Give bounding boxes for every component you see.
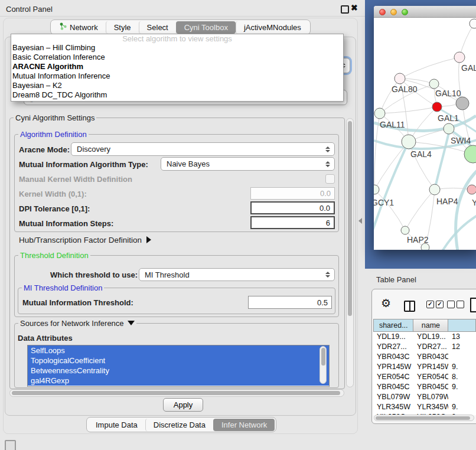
collapsed-panel-grip[interactable] [5,440,16,450]
table-row[interactable]: YER054CYER054C8. [373,372,476,382]
scrollbar-thumb[interactable] [376,416,470,420]
table-cell[interactable]: YBL079W [413,392,448,402]
table-cell[interactable] [448,392,476,402]
network-edge[interactable] [400,57,459,79]
network-node[interactable] [456,97,469,110]
table-cell[interactable]: YLR345W [413,402,448,412]
table-cell[interactable]: 8. [448,372,476,382]
table-cell[interactable]: YBR045C [413,382,448,392]
network-edge[interactable] [380,107,437,113]
tab-select[interactable]: Select [139,21,176,34]
network-node[interactable] [429,79,439,89]
table-column-header[interactable] [448,319,476,332]
table-column-header[interactable]: name [413,319,448,332]
tab-jactivemnodules[interactable]: jActiveMNodules [236,21,309,34]
table-cell[interactable]: YDR27... [413,342,448,352]
table-column-header[interactable]: shared... [373,319,413,332]
column-layout-icon[interactable] [404,301,415,312]
tab-infer-network[interactable]: Infer Network [213,419,275,431]
tab-style[interactable]: Style [106,21,139,34]
table-cell[interactable]: YBL079W [373,392,413,402]
tab-discretize-data[interactable]: Discretize Data [145,419,213,431]
network-node[interactable] [402,135,416,149]
scrollbar-thumb[interactable] [12,391,340,395]
manual-kernel-checkbox[interactable] [325,174,335,184]
gear-icon[interactable]: ⚙ [381,296,391,309]
table-row[interactable]: YPR145WYPR145W9. [373,362,476,372]
table-cell[interactable]: 12 [448,342,476,352]
table-cell[interactable]: 13 [448,332,476,342]
table-row[interactable]: YBL079WYBL079W [373,392,476,402]
table-row[interactable]: YBR045CYBR045C9. [373,382,476,392]
dropdown-item[interactable]: Mutual Information Inference [11,71,343,81]
table-cell[interactable]: YLR345W [373,402,413,412]
network-node[interactable] [470,19,476,28]
table-row[interactable]: YDL19...YDL19...13 [373,332,476,342]
table-cell[interactable]: 9. [448,402,476,412]
table-cell[interactable]: YDR27... [373,342,413,352]
hub-definition-toggle[interactable]: Hub/Transcription Factor Definition [19,236,151,244]
tab-impute-data[interactable]: Impute Data [88,419,145,431]
zoom-traffic-light-icon[interactable] [402,9,408,15]
network-node[interactable] [444,123,454,134]
scrollbar-thumb[interactable] [348,121,352,316]
network-window-titlebar[interactable] [374,6,476,18]
dropdown-item[interactable]: Bayesian – K2 [11,81,343,90]
attributes-list-scrollbar[interactable] [319,346,327,384]
table-cell[interactable] [448,352,476,362]
network-node[interactable] [374,185,379,194]
tab-network[interactable]: Network [52,21,106,34]
apply-button[interactable]: Apply [163,398,203,412]
table-cell[interactable]: 9. [448,382,476,392]
kernel-width-field[interactable]: 0.0 [250,187,335,200]
aracne-mode-combo[interactable]: Discovery [71,142,335,156]
network-edge-thick[interactable] [435,130,449,190]
which-threshold-combo[interactable]: MI Threshold [139,268,335,281]
dropdown-item[interactable]: Bayesian – Hill Climbing [11,43,343,53]
network-node[interactable] [429,184,440,195]
splitter-collapse-icon[interactable] [358,218,362,224]
network-canvas[interactable]: GALGAL80GAL10GAL1GAL11SWI4GAL4GCY1HAP4YH… [374,18,476,250]
network-edge-thick[interactable] [456,169,476,250]
table-horizontal-scrollbar[interactable] [374,415,474,421]
tab-cyni-toolbox[interactable]: Cyni Toolbox [176,21,236,34]
table-cell[interactable]: YER054C [413,372,448,382]
network-node[interactable] [374,108,385,119]
mi-steps-field[interactable]: 6 [250,216,335,229]
table-cell[interactable]: YBR045C [373,382,413,392]
network-node[interactable] [432,102,442,112]
sources-group-title[interactable]: Sources for Network Inference [18,319,136,328]
network-edge-thick[interactable] [442,214,476,250]
settings-horizontal-scrollbar[interactable] [9,389,344,397]
table-cell[interactable]: YBR043C [413,352,448,362]
network-node[interactable] [401,226,409,234]
settings-vertical-scrollbar[interactable] [346,118,354,387]
select-all-checkboxes-icon[interactable]: ✓✓ [426,301,444,308]
table-cell[interactable]: YDL19... [413,332,448,342]
table-cell[interactable]: YER054C [373,372,413,382]
table-cell[interactable]: YDL19... [373,332,413,342]
network-edge[interactable] [380,79,400,113]
attribute-list-item[interactable]: gal4RGexp [28,376,329,386]
table-row[interactable]: YDR27...YDR27...12 [373,342,476,352]
attribute-list-item[interactable]: TopologicalCoefficient [28,356,329,366]
minimize-traffic-light-icon[interactable] [390,9,397,15]
table-cell[interactable]: YPR145W [413,362,448,372]
table-cell[interactable]: 9. [448,362,476,372]
mi-type-combo[interactable]: Naive Bayes [161,157,335,171]
table-row[interactable]: YLR345WYLR345W9. [373,402,476,412]
close-traffic-light-icon[interactable] [379,9,386,15]
attribute-list-item[interactable]: SelfLoops [28,345,329,356]
close-icon[interactable]: ✖ [351,3,358,12]
table-cell[interactable]: YBR043C [373,352,413,362]
attribute-list-item[interactable]: BetweennessCentrality [28,366,329,376]
network-node[interactable] [454,52,465,63]
table-row[interactable]: YBR043CYBR043C [373,352,476,362]
dropdown-item[interactable]: Basic Correlation Inference [11,53,343,62]
mi-threshold-field[interactable]: 0.5 [248,296,332,309]
dropdown-item[interactable]: Dream8 DC_TDC Algorithm [11,90,343,100]
network-node[interactable] [467,185,476,194]
deselect-all-checkboxes-icon[interactable] [447,301,464,308]
document-icon[interactable] [470,298,476,312]
network-node[interactable] [395,73,405,84]
